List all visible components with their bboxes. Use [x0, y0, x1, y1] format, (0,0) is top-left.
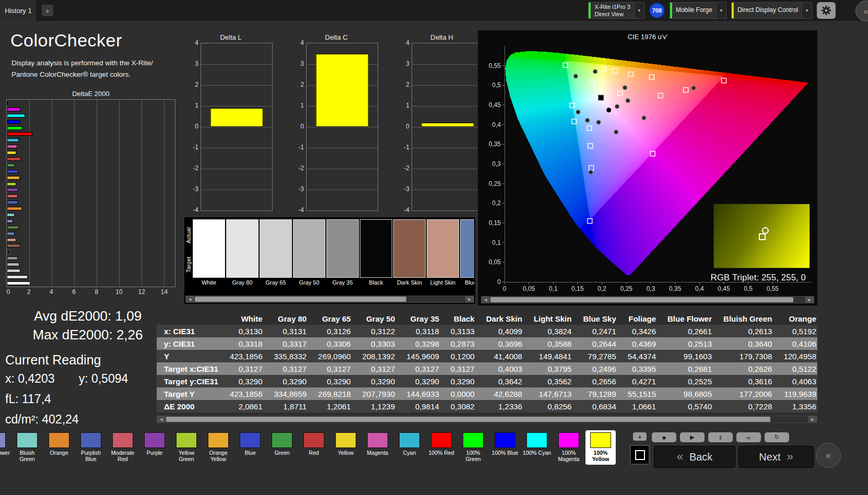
- workflow-select[interactable]: Direct Display Control ▼: [731, 2, 812, 19]
- gridline: [201, 85, 272, 86]
- column-header: Gray 50: [362, 312, 407, 325]
- table-cell: 269,8218: [318, 387, 362, 400]
- scroll-thumb[interactable]: [166, 417, 770, 422]
- meter-id-badge[interactable]: 708: [649, 3, 665, 18]
- deltaE2000-chart: DeltaE 2000 02468101214: [6, 90, 175, 296]
- table-cell: 208,1392: [362, 350, 407, 362]
- delta-bar: [316, 54, 369, 127]
- settings-button[interactable]: [817, 2, 836, 19]
- table-cell: 177,2006: [723, 387, 783, 400]
- add-tab-button[interactable]: +: [42, 5, 53, 16]
- patch-label: Magenta: [362, 450, 393, 456]
- chevron-down-icon[interactable]: ▼: [802, 3, 812, 18]
- scroll-right-button[interactable]: ►: [808, 416, 817, 422]
- strip-patch-black[interactable]: Black: [360, 219, 392, 290]
- strip-patch-dark-skin[interactable]: Dark Skin: [393, 219, 426, 290]
- toolbar-patch-blue[interactable]: Blue: [235, 430, 265, 465]
- collapse-panel-button[interactable]: «: [855, 1, 868, 21]
- patch-label: Moderate Red: [108, 450, 138, 462]
- toolbar-patch-100-magenta[interactable]: 100% Magenta: [554, 430, 584, 465]
- patch-label: Orange: [44, 450, 74, 456]
- y-tick-label: -3: [404, 185, 409, 193]
- avg-de2000: Avg dE2000: 1,09: [4, 308, 171, 324]
- toolbar-patch-purple[interactable]: Purple: [139, 430, 170, 465]
- table-cell: 1,8711: [274, 400, 319, 412]
- table-cell: 0,6834: [583, 400, 627, 412]
- patch-swatch: [112, 432, 133, 448]
- deltaE-bar-orange-yellow: [7, 176, 20, 180]
- source-select[interactable]: Mobile Forge ▼: [670, 2, 726, 19]
- expand-toolbar-button[interactable]: ▲: [633, 432, 647, 441]
- toolbar-patch-moderate-red[interactable]: Moderate Red: [108, 430, 138, 465]
- scroll-track[interactable]: [166, 416, 808, 422]
- table-cell: 0,4271: [628, 375, 667, 387]
- table-cell: 0,5192: [783, 325, 817, 337]
- collapse-toolbar-button[interactable]: «: [816, 443, 841, 468]
- patch-label: Bluish Green: [12, 450, 42, 462]
- toolbar-patch-green[interactable]: Green: [267, 430, 297, 465]
- patch-strip-scrollbar[interactable]: ◄►: [185, 296, 474, 303]
- scroll-left-button[interactable]: ◄: [482, 297, 490, 303]
- pause-button[interactable]: ‖: [708, 432, 733, 442]
- display-window-button[interactable]: [630, 445, 650, 465]
- table-cell: 0,2656: [583, 375, 627, 387]
- scroll-thumb[interactable]: [490, 297, 793, 302]
- scroll-track[interactable]: [194, 296, 465, 302]
- toolbar-patch-bluish-green[interactable]: Bluish Green: [12, 430, 42, 465]
- table-cell: 41,4008: [486, 350, 534, 362]
- strip-patch-gray-80[interactable]: Gray 80: [226, 219, 259, 290]
- table-cell: 0,3318: [230, 337, 274, 350]
- toolbar-patch-purplish-blue[interactable]: Purplish Blue: [76, 430, 106, 465]
- strip-patch-gray-65[interactable]: Gray 65: [260, 219, 292, 290]
- patch-swatch: [590, 432, 611, 448]
- strip-patch-gray-50[interactable]: Gray 50: [293, 219, 325, 290]
- chevron-down-icon[interactable]: ▼: [634, 3, 644, 18]
- toolbar-patch-100-yellow[interactable]: 100% Yellow: [585, 430, 616, 465]
- toolbar-patch-red[interactable]: Red: [299, 430, 329, 465]
- tab-history-1[interactable]: History 1: [0, 0, 37, 21]
- table-cell: 0,2471: [583, 325, 627, 337]
- scroll-right-button[interactable]: ►: [465, 296, 474, 302]
- toolbar-patch-yellow-green[interactable]: Yellow Green: [171, 430, 202, 465]
- row-label: Target y:CIE31: [157, 375, 230, 387]
- toolbar-patch-blue-flower[interactable]: Blue Flower: [0, 430, 10, 465]
- strip-patch-gray-35[interactable]: Gray 35: [326, 219, 359, 290]
- table-cell: 79,1289: [583, 387, 627, 400]
- toolbar-patch-100-blue[interactable]: 100% Blue: [490, 430, 520, 465]
- scroll-right-button[interactable]: ►: [805, 297, 814, 303]
- toolbar-patch-yellow[interactable]: Yellow: [331, 430, 361, 465]
- deltaE-bar-light-skin: [7, 238, 16, 242]
- continuous-measure-button[interactable]: ∞: [736, 432, 761, 442]
- meter-select[interactable]: X-Rite i1Pro 3 Direct View ▼: [588, 2, 644, 19]
- toolbar-patch-cyan[interactable]: Cyan: [394, 430, 425, 465]
- scroll-thumb[interactable]: [195, 297, 406, 302]
- next-button[interactable]: Next »: [738, 446, 814, 468]
- toolbar-patch-100-red[interactable]: 100% Red: [426, 430, 456, 465]
- table-scrollbar[interactable]: ◄►: [157, 416, 817, 423]
- toolbar-patch-100-green[interactable]: 100% Green: [458, 430, 488, 465]
- y-tick-label: 4: [300, 39, 304, 46]
- scroll-left-button[interactable]: ◄: [157, 416, 166, 422]
- refresh-button[interactable]: ↻: [765, 432, 789, 442]
- stop-button[interactable]: ■: [652, 432, 676, 442]
- table-cell: 0,4003: [486, 362, 534, 375]
- strip-patch-light-skin[interactable]: Light Skin: [427, 219, 459, 290]
- scroll-left-button[interactable]: ◄: [186, 296, 194, 302]
- strip-patch-blue-sky[interactable]: Blue Sky: [460, 219, 474, 290]
- chevron-right-icon: »: [787, 450, 793, 464]
- patch-label: Yellow Green: [171, 450, 202, 462]
- toolbar-patch-orange[interactable]: Orange: [44, 430, 74, 465]
- table-cell: 2,0861: [230, 400, 274, 412]
- play-button[interactable]: ▶: [680, 432, 705, 442]
- strip-patch-white[interactable]: White: [193, 219, 225, 290]
- toolbar-patch-orange-yellow[interactable]: Orange Yellow: [203, 430, 233, 465]
- scroll-track[interactable]: [490, 297, 805, 303]
- refresh-icon: ↻: [775, 434, 779, 441]
- measure-controls: ■ ▶ ‖ ∞ ↻: [652, 432, 789, 442]
- chevron-down-icon[interactable]: ▼: [716, 3, 726, 18]
- back-button[interactable]: « Back: [654, 446, 735, 468]
- toolbar-patch-magenta[interactable]: Magenta: [362, 430, 393, 465]
- toolbar-patch-100-cyan[interactable]: 100% Cyan: [522, 430, 552, 465]
- cie-scrollbar[interactable]: ◄►: [481, 296, 814, 303]
- table-cell: 0,2644: [583, 337, 627, 350]
